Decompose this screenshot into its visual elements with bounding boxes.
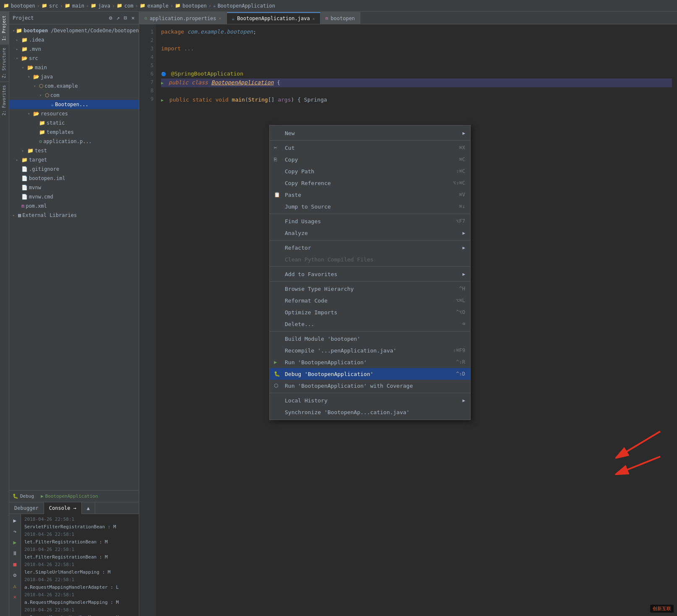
collapse-all-icon[interactable]: ⊟ bbox=[123, 14, 128, 22]
vtab-structure[interactable]: Z: Structure bbox=[0, 44, 9, 81]
project-panel: Project ⚙ ↗ ⊟ ✕ 📁 bootopen /Development/… bbox=[9, 12, 139, 616]
separator bbox=[270, 266, 470, 267]
close-tab-icon[interactable]: ✕ bbox=[219, 16, 221, 21]
ctx-jump-source[interactable]: Jump to Source ⌘↓ bbox=[270, 201, 470, 212]
console-content: 2018-04-26 22:58:1 ServletFilterRegistra… bbox=[21, 514, 139, 616]
tree-item-application-props[interactable]: ⚙ application.p... bbox=[9, 137, 139, 146]
tree-item-idea[interactable]: 📁 .idea bbox=[9, 35, 139, 44]
ctx-reformat[interactable]: Reformat Code ⌥⌘L bbox=[270, 295, 470, 306]
stats-tab[interactable]: ▲ bbox=[82, 502, 95, 514]
ctx-refactor[interactable]: Refactor ▶ bbox=[270, 242, 470, 253]
package-icon: ⬡ bbox=[45, 92, 49, 98]
run-button[interactable]: ▶ bbox=[10, 538, 20, 547]
ext-libs-icon: ▦ bbox=[18, 212, 21, 218]
watermark: 创新互联 bbox=[650, 605, 674, 613]
breadcrumb-item[interactable]: bootopen bbox=[11, 3, 35, 9]
tree-item-templates[interactable]: 📁 templates bbox=[9, 128, 139, 137]
tree-item-java[interactable]: 📂 java bbox=[9, 72, 139, 81]
ctx-local-history[interactable]: Local History ▶ bbox=[270, 394, 470, 406]
tab-application-properties[interactable]: ⚙ application.properties ✕ bbox=[139, 12, 227, 24]
scroll-to-source-icon[interactable]: ↗ bbox=[116, 14, 121, 22]
resume-button[interactable]: ▶ bbox=[10, 516, 20, 525]
tab-bootopen-m[interactable]: m bootopen bbox=[320, 12, 360, 24]
tree-item-resources[interactable]: 📂 resources bbox=[9, 109, 139, 118]
vtab-project[interactable]: 1: Project bbox=[0, 12, 9, 44]
settings-gear-icon[interactable]: ⚙ bbox=[108, 14, 113, 22]
ctx-copy-path[interactable]: Copy Path ⇧⌘C bbox=[270, 165, 470, 177]
ctx-delete[interactable]: Delete... ⌫ bbox=[270, 318, 470, 330]
ctx-copy-reference[interactable]: Copy Reference ⌥⇧⌘C bbox=[270, 177, 470, 189]
ctx-run-coverage[interactable]: ⬡ Run 'BootopenApplication' with Coverag… bbox=[270, 380, 470, 392]
separator bbox=[270, 140, 470, 141]
ctx-browse-hierarchy[interactable]: Browse Type Hierarchy ^H bbox=[270, 283, 470, 295]
error-button[interactable]: ✕ bbox=[10, 592, 20, 601]
close-tab-icon[interactable]: ✕ bbox=[312, 16, 315, 21]
tree-item-bootopen-root[interactable]: 📁 bootopen /Development/CodeOne/bootopen bbox=[9, 26, 139, 35]
ctx-run[interactable]: ▶ Run 'BootopenApplication' ^⇧R bbox=[270, 356, 470, 368]
breadcrumb-item[interactable]: main bbox=[72, 3, 84, 9]
code-line-1: package com.example.bootopen; bbox=[161, 28, 672, 36]
tree-item-mvnw[interactable]: 📄 mvnw bbox=[9, 183, 139, 192]
tree-item-iml[interactable]: 📄 bootopen.iml bbox=[9, 174, 139, 183]
tree-item-com-example[interactable]: ⬡ com.example bbox=[9, 81, 139, 91]
breadcrumb-bar: 📁 bootopen › 📁 src › 📁 main › 📁 java › 📁… bbox=[0, 0, 677, 12]
ctx-add-favorites[interactable]: Add to Favorites ▶ bbox=[270, 268, 470, 280]
folder-icon: 📁 bbox=[21, 157, 28, 163]
ctx-recompile[interactable]: Recompile '...penApplication.java' ⇧⌘F9 bbox=[270, 345, 470, 356]
tree-item-bootopen-application[interactable]: ☕ Bootopen... bbox=[9, 100, 139, 109]
ctx-synchronize[interactable]: Synchronize 'BootopenAp...cation.java' bbox=[270, 406, 470, 418]
separator bbox=[270, 331, 470, 331]
console-tab[interactable]: Console → bbox=[44, 502, 82, 514]
breadcrumb-item[interactable]: com bbox=[124, 3, 133, 9]
ctx-cut[interactable]: ✂ Cut ⌘X bbox=[270, 142, 470, 154]
ctx-new[interactable]: New ▶ bbox=[270, 127, 470, 139]
log-line: 2018-04-26 22:58:1 let.FilterRegistratio… bbox=[24, 531, 135, 546]
tree-item-main[interactable]: 📂 main bbox=[9, 63, 139, 72]
breadcrumb-item[interactable]: bootopen bbox=[182, 3, 207, 9]
file-icon: 📄 bbox=[21, 194, 28, 200]
tree-item-ext-libs[interactable]: ▦ External Libraries bbox=[9, 211, 139, 220]
ctx-copy[interactable]: ⎘ Copy ⌘C bbox=[270, 154, 470, 165]
separator bbox=[270, 281, 470, 282]
debugger-tab[interactable]: Debugger bbox=[9, 502, 44, 514]
ctx-paste[interactable]: 📋 Paste ⌘V bbox=[270, 189, 470, 201]
debug-tab-label[interactable]: Debug bbox=[20, 493, 34, 499]
bootopen-tab-label[interactable]: BootopenApplication bbox=[45, 493, 98, 499]
vtab-favorites[interactable]: 2: Favorites bbox=[0, 81, 9, 119]
ctx-debug[interactable]: 🐛 Debug 'BootopenApplication' ^⇧D bbox=[270, 368, 470, 380]
separator bbox=[270, 393, 470, 393]
code-line-3: import ... bbox=[161, 44, 672, 53]
tree-item-com[interactable]: ⬡ com bbox=[9, 91, 139, 100]
console-subtabs: Debugger Console → ▲ bbox=[9, 502, 139, 514]
tree-item-mvnw-cmd[interactable]: 📄 mvnw.cmd bbox=[9, 192, 139, 201]
tree-item-pom[interactable]: m pom.xml bbox=[9, 201, 139, 211]
pause-button[interactable]: ⏸ bbox=[10, 548, 20, 558]
ctx-analyze[interactable]: Analyze ▶ bbox=[270, 227, 470, 239]
templates-label: templates bbox=[47, 129, 74, 135]
code-line-4 bbox=[161, 53, 672, 61]
breadcrumb-item[interactable]: src bbox=[49, 3, 58, 9]
stop-button[interactable]: ■ bbox=[10, 559, 20, 569]
ctx-optimize-imports[interactable]: Optimize Imports ^⌥O bbox=[270, 306, 470, 318]
settings-button[interactable]: ⚙ bbox=[10, 570, 20, 579]
tree-item-src[interactable]: 📂 src bbox=[9, 54, 139, 63]
tree-item-mvn[interactable]: 📁 .mvn bbox=[9, 44, 139, 54]
ctx-build-module[interactable]: Build Module 'bootopen' bbox=[270, 333, 470, 345]
tab-bootopen-application[interactable]: ☕ BootopenApplication.java ✕ bbox=[227, 12, 320, 24]
warning-button[interactable]: ⚠ bbox=[10, 581, 20, 590]
editor-area: ⚙ application.properties ✕ ☕ BootopenApp… bbox=[139, 12, 677, 616]
breadcrumb-item[interactable]: example bbox=[147, 3, 169, 9]
tree-item-static[interactable]: 📁 static bbox=[9, 118, 139, 128]
submenu-arrow-icon: ▶ bbox=[462, 271, 465, 277]
props-icon: ⚙ bbox=[39, 138, 42, 144]
tree-item-gitignore[interactable]: 📄 .gitignore bbox=[9, 164, 139, 174]
hide-icon[interactable]: ✕ bbox=[130, 14, 135, 22]
breadcrumb-item[interactable]: java bbox=[98, 3, 110, 9]
tree-item-target[interactable]: 📁 target bbox=[9, 155, 139, 164]
breadcrumb-file[interactable]: BootopenApplication bbox=[218, 3, 275, 9]
tree-item-test[interactable]: 📁 test bbox=[9, 146, 139, 155]
folder-icon: 📁 bbox=[21, 46, 28, 52]
ctx-find-usages[interactable]: Find Usages ⌥F7 bbox=[270, 215, 470, 227]
step-over-button[interactable]: ↷ bbox=[10, 527, 20, 536]
folder-icon: 📁 bbox=[39, 120, 45, 126]
